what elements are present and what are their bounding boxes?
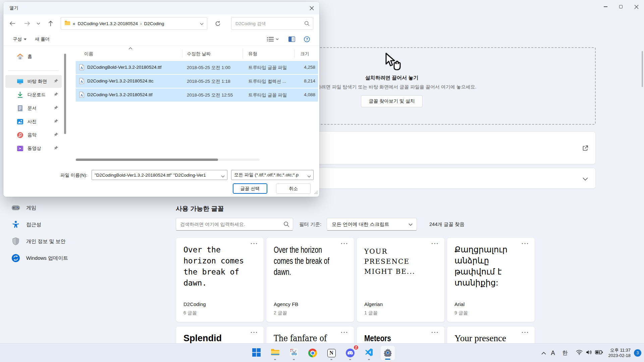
breadcrumb[interactable]: « D2Coding-Ver1.3.2-20180524 › D2Coding — [61, 17, 207, 30]
videos-icon — [17, 145, 23, 152]
font-card-algerian[interactable]: ··· YOUR PRESENCE MIGHT BE... Algerian 1… — [357, 237, 445, 322]
column-header-name[interactable]: 이름 — [84, 51, 93, 57]
more-options-icon[interactable]: ··· — [251, 240, 258, 247]
update-refresh-icon — [11, 254, 20, 262]
font-search-input[interactable] — [176, 218, 293, 230]
horizontal-scrollbar-thumb[interactable] — [76, 159, 218, 161]
resize-grip[interactable] — [314, 190, 318, 195]
font-card-d2coding[interactable]: ··· Over the horizon comes the break of … — [176, 237, 264, 322]
help-icon[interactable]: ? — [304, 33, 310, 46]
chrome-button[interactable] — [305, 346, 320, 360]
file-row[interactable]: A D2Coding-Ver1.3.2-20180524.ttf 2018-05… — [76, 88, 318, 102]
filetype-dropdown[interactable]: 모든 파일 (*.ttf;*.otf;*.ttc;*.otc;*.p — [231, 170, 314, 180]
sidebar-item-home[interactable]: 홈 — [5, 50, 62, 63]
sidebar-item-label: 음악 — [28, 132, 54, 138]
close-icon[interactable] — [304, 2, 319, 14]
sidebar-item-privacy-security[interactable]: 개인 정보 및 보안 — [7, 233, 141, 249]
music-icon — [17, 132, 23, 138]
chevron-down-icon[interactable] — [200, 21, 204, 26]
close-icon[interactable] — [629, 0, 644, 13]
notification-badge[interactable]: 3 — [634, 349, 641, 357]
refresh-icon[interactable] — [212, 18, 223, 29]
sidebar-item-documents[interactable]: 문서 — [5, 102, 62, 115]
file-size: 4,258 — [285, 65, 315, 70]
file-explorer-button[interactable] — [268, 346, 282, 360]
breadcrumb-current[interactable]: D2Coding — [144, 21, 164, 26]
file-name: D2CodingBold-Ver1.3.2-20180524.ttf — [87, 65, 161, 70]
available-fonts-heading: 사용 가능한 글꼴 — [176, 204, 224, 213]
sidebar-item-accessibility[interactable]: 접근성 — [7, 217, 141, 233]
select-font-button[interactable]: 글꼴 선택 — [233, 183, 267, 194]
browse-and-install-fonts-button[interactable]: 글꼴 찾아보기 및 설치 — [361, 95, 423, 107]
volume-icon[interactable] — [586, 350, 592, 356]
ime-korean-indicator[interactable]: 한 — [562, 350, 568, 357]
font-preview-line: YOUR — [364, 246, 444, 256]
file-row[interactable]: A D2Coding-Ver1.3.2-20180524.ttc 2018-05… — [76, 75, 318, 88]
pin-icon — [54, 132, 58, 138]
new-folder-button[interactable]: 새 폴더 — [35, 33, 50, 46]
column-header-type[interactable]: 유형 — [248, 51, 257, 57]
page-scrollbar[interactable] — [642, 51, 643, 87]
view-options-button[interactable] — [267, 33, 279, 46]
file-date: 2018-05-25 오전 1:00 — [187, 65, 230, 71]
preview-pane-icon[interactable] — [288, 33, 295, 46]
sidebar-item-label: 다운로드 — [28, 92, 54, 98]
sidebar-item-pictures[interactable]: 사진 — [5, 115, 62, 128]
file-size: 8,214 — [285, 78, 315, 83]
back-icon[interactable] — [7, 18, 18, 29]
forward-icon[interactable] — [21, 18, 33, 29]
font-card-arial[interactable]: ··· Քաղցրալուր անձրևը թափվում է տանիքից:… — [447, 237, 535, 322]
sidebar-item-gaming[interactable]: 게임 — [7, 200, 141, 216]
vscode-button[interactable] — [362, 346, 376, 360]
ime-latin-indicator[interactable]: A — [551, 350, 555, 357]
filter-dropdown[interactable]: 모든 언어에 대한 스크립트 — [327, 218, 417, 231]
font-preview-line: comes the break of — [274, 255, 361, 266]
battery-icon[interactable] — [595, 350, 603, 356]
hidden-icons-chevron-icon[interactable] — [541, 350, 546, 356]
sidebar-item-music[interactable]: 음악 — [5, 129, 62, 141]
font-face-count: 2 글꼴 — [274, 310, 287, 316]
file-name: D2Coding-Ver1.3.2-20180524.ttf — [87, 92, 152, 97]
font-family-name: Agency FB — [274, 301, 298, 307]
sidebar-item-desktop[interactable]: 바탕 화면 — [5, 75, 62, 88]
sidebar-scrollbar[interactable] — [64, 54, 66, 134]
more-options-icon[interactable]: ··· — [522, 329, 529, 336]
sidebar-item-videos[interactable]: 동영상 — [5, 142, 62, 155]
discord-button[interactable]: 2 — [343, 346, 358, 360]
minimize-icon[interactable] — [598, 0, 613, 13]
horizontal-scrollbar[interactable] — [76, 159, 260, 161]
dialog-title: 열기 — [9, 5, 18, 11]
dropzone-description: 설치하려면 파일 탐색기 또는 바탕 화면에서 글꼴 파일을 끌어서 여기에 놓… — [306, 83, 478, 90]
font-card-agency-fb[interactable]: ··· Over the horizon comes the break of … — [266, 237, 354, 322]
sidebar-item-windows-update[interactable]: Windows 업데이트 — [7, 250, 141, 266]
wifi-icon[interactable] — [576, 350, 583, 356]
column-header-date[interactable]: 수정한 날짜 — [187, 51, 211, 57]
organize-menu[interactable]: 구성 — [13, 33, 26, 46]
font-preview-line: The fanfare of — [274, 333, 362, 343]
more-options-icon[interactable]: ··· — [251, 329, 258, 336]
snipping-tool-button[interactable] — [286, 346, 301, 360]
more-options-icon[interactable]: ··· — [431, 240, 439, 247]
recent-locations-chevron-icon[interactable] — [34, 18, 42, 29]
dialog-titlebar[interactable]: 열기 — [3, 2, 319, 14]
file-row[interactable]: A D2CodingBold-Ver1.3.2-20180524.ttf 201… — [76, 61, 318, 74]
dialog-search-input[interactable] — [231, 17, 313, 29]
column-header-size[interactable]: 크기 — [289, 51, 309, 57]
more-options-icon[interactable]: ··· — [522, 240, 529, 247]
cancel-button[interactable]: 취소 — [276, 183, 311, 194]
start-button[interactable] — [249, 346, 264, 360]
chevron-down-icon — [583, 176, 588, 182]
file-date: 2018-05-25 오전 12:55 — [187, 92, 233, 98]
restore-icon[interactable] — [613, 0, 629, 13]
up-icon[interactable] — [45, 18, 56, 29]
sidebar-item-downloads[interactable]: 다운로드 — [5, 88, 62, 101]
clock[interactable]: 오후 11:37 2023-02-18 — [608, 348, 631, 358]
breadcrumb-parent[interactable]: D2Coding-Ver1.3.2-20180524 — [78, 21, 138, 26]
notion-button[interactable]: N — [324, 346, 339, 360]
filename-combobox[interactable]: "D2CodingBold-Ver1.3.2-20180524.ttf" "D2… — [92, 170, 227, 180]
organize-label: 구성 — [13, 36, 22, 42]
sidebar-item-label: 동영상 — [28, 145, 54, 152]
filetype-value: 모든 파일 (*.ttf;*.otf;*.ttc;*.otc;*.p — [234, 172, 299, 178]
settings-button[interactable] — [380, 346, 395, 360]
sidebar-item-label: 게임 — [26, 205, 36, 211]
